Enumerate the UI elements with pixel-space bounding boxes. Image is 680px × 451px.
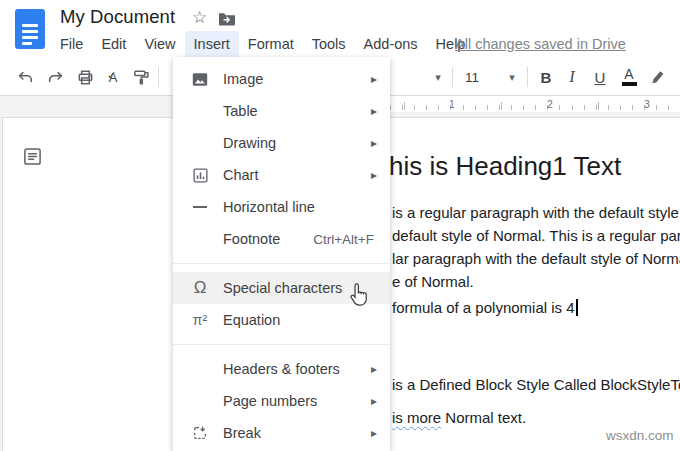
submenu-arrow-icon: ▸ — [371, 362, 377, 376]
menu-item-label: Image — [223, 71, 263, 87]
toolbar-separator — [527, 67, 528, 87]
paint-format-icon[interactable] — [128, 64, 154, 90]
pi-squared-icon: π² — [189, 312, 211, 328]
star-icon[interactable]: ☆ — [192, 7, 207, 28]
spellcheck-flagged-text: is more — [392, 409, 441, 426]
move-to-folder-icon[interactable] — [218, 11, 236, 30]
text-color-bar — [622, 82, 637, 86]
menu-item-footnote[interactable]: Footnote Ctrl+Alt+F — [173, 223, 390, 255]
omega-icon: Ω — [189, 278, 211, 298]
submenu-arrow-icon: ▸ — [371, 72, 377, 86]
submenu-arrow-icon: ▸ — [371, 394, 377, 408]
bold-button[interactable]: B — [533, 64, 559, 90]
formula-text: formula of a polynomial is 4 — [392, 299, 575, 316]
menu-item-label: Break — [223, 425, 261, 441]
text-color-icon[interactable]: A — [616, 64, 642, 90]
menu-item-drawing[interactable]: Drawing ▸ — [173, 127, 390, 159]
normal-text-line[interactable]: is more Normal text. — [392, 409, 526, 426]
menu-item-table[interactable]: Table ▸ — [173, 95, 390, 127]
menu-edit[interactable]: Edit — [92, 31, 135, 58]
print-icon[interactable] — [72, 64, 98, 90]
page-break-icon — [189, 425, 211, 441]
toolbar-separator — [158, 67, 159, 87]
image-icon — [189, 71, 211, 88]
menu-separator — [173, 263, 390, 264]
spellcheck-icon[interactable]: A ✓ — [100, 64, 126, 90]
paragraph-line: lar paragraph with the default style of … — [392, 247, 680, 270]
submenu-arrow-icon: ▸ — [371, 136, 377, 150]
menu-separator — [173, 344, 390, 345]
font-size-value[interactable]: 11 — [459, 64, 485, 90]
menu-tools[interactable]: Tools — [303, 31, 355, 58]
undo-icon[interactable] — [12, 64, 38, 90]
italic-button[interactable]: I — [559, 64, 585, 90]
ruler-ticks — [390, 105, 680, 110]
docs-logo-icon[interactable] — [15, 9, 45, 49]
menu-item-headers-footers[interactable]: Headers & footers ▸ — [173, 353, 390, 385]
spellcheck-checkmark: ✓ — [107, 69, 116, 82]
menu-item-label: Equation — [223, 312, 280, 328]
toolbar-separator — [452, 67, 453, 87]
menu-item-label: Horizontal line — [223, 199, 315, 215]
menu-item-label: Headers & footers — [223, 361, 340, 377]
menu-item-label: Footnote — [223, 231, 280, 247]
keyboard-shortcut: Ctrl+Alt+F — [313, 232, 374, 247]
save-status-link[interactable]: All changes saved in Drive — [455, 36, 626, 52]
document-title[interactable]: My Document — [60, 6, 175, 28]
normal-text-rest: Normal text. — [441, 409, 526, 426]
menu-item-page-numbers[interactable]: Page numbers ▸ — [173, 385, 390, 417]
text-cursor — [576, 299, 578, 316]
menu-item-break[interactable]: Break ▸ — [173, 417, 390, 449]
menu-format[interactable]: Format — [239, 31, 303, 58]
menu-item-horizontal-line[interactable]: Horizontal line — [173, 191, 390, 223]
ruler-number: 2 — [547, 98, 553, 110]
watermark: wsxdn.com — [606, 428, 674, 443]
redo-icon[interactable] — [42, 64, 68, 90]
ruler-half-tick — [501, 102, 502, 110]
menu-file[interactable]: File — [51, 31, 92, 58]
highlight-color-icon[interactable] — [645, 64, 671, 90]
menu-item-label: Drawing — [223, 135, 276, 151]
menu-item-image[interactable]: Image ▸ — [173, 63, 390, 95]
underline-button[interactable]: U — [587, 64, 613, 90]
menu-add-ons[interactable]: Add-ons — [355, 31, 427, 58]
paragraph-text[interactable]: is a regular paragraph with the default … — [392, 201, 680, 293]
document-outline-icon[interactable] — [21, 145, 43, 167]
paragraph-line: e of Normal. — [392, 270, 680, 293]
insert-dropdown-menu: Image ▸ Table ▸ Drawing ▸ Chart ▸ — [173, 57, 390, 451]
horizontal-line-icon — [189, 206, 211, 208]
mouse-hand-cursor — [347, 281, 372, 312]
submenu-arrow-icon: ▸ — [371, 104, 377, 118]
menu-insert[interactable]: Insert — [185, 31, 239, 58]
block-style-line[interactable]: is a Defined Block Style Called BlockSty… — [392, 376, 680, 393]
submenu-arrow-icon: ▸ — [371, 426, 377, 440]
font-dropdown-icon[interactable]: ▾ — [425, 64, 451, 90]
chart-icon — [189, 167, 211, 184]
font-size-dropdown-icon[interactable]: ▾ — [499, 64, 525, 90]
text-color-letter: A — [624, 68, 633, 81]
header: My Document ☆ File Edit View Insert Form… — [0, 0, 680, 58]
ruler-number: 1 — [449, 98, 455, 110]
formula-line[interactable]: formula of a polynomial is 4 — [392, 299, 578, 316]
ruler-half-tick — [404, 102, 405, 110]
menu-item-label: Special characters — [223, 280, 342, 296]
submenu-arrow-icon: ▸ — [371, 168, 377, 182]
paragraph-line: default style of Normal. This is a regul… — [392, 224, 680, 247]
google-docs-window: My Document ☆ File Edit View Insert Form… — [0, 0, 680, 451]
ruler-number: 3 — [644, 98, 650, 110]
menu-view[interactable]: View — [135, 31, 184, 58]
menu-item-label: Page numbers — [223, 393, 317, 409]
menu-item-label: Chart — [223, 167, 258, 183]
ruler-half-tick — [598, 102, 599, 110]
menubar: File Edit View Insert Format Tools Add-o… — [51, 31, 474, 58]
menu-item-chart[interactable]: Chart ▸ — [173, 159, 390, 191]
heading1-text[interactable]: his is Heading1 Text — [389, 151, 621, 182]
paragraph-line: is a regular paragraph with the default … — [392, 201, 680, 224]
menu-item-label: Table — [223, 103, 258, 119]
